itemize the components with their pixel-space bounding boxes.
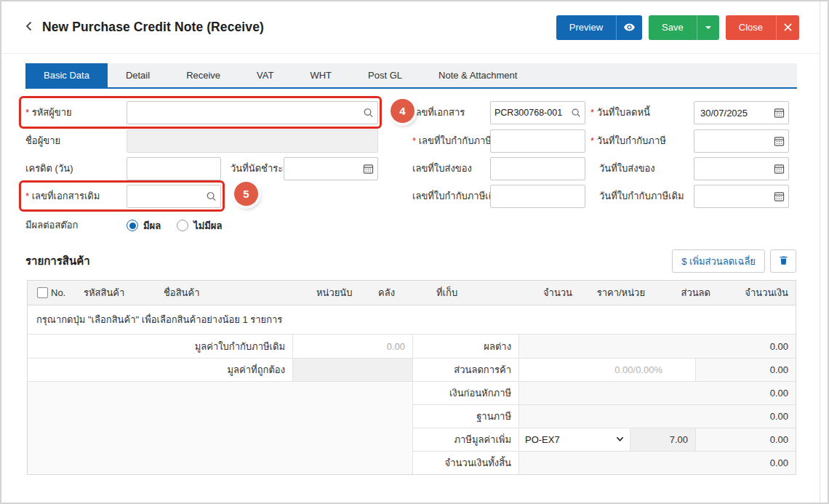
close-x-icon[interactable] [776, 15, 799, 40]
vendor-code-label: รหัสผู้ขาย [25, 101, 72, 124]
document-no-field [490, 101, 585, 124]
select-all-checkbox[interactable] [37, 287, 48, 298]
stock-effect-label: มีผลต่อสต๊อก [25, 214, 78, 237]
credit-days-field [127, 157, 221, 180]
correct-value-label: มูลค่าที่ถูกต้อง [28, 359, 292, 381]
original-document-no-field [127, 185, 221, 208]
credit-note-date-input[interactable] [694, 101, 789, 124]
credit-note-date-field [694, 101, 789, 124]
due-date-label: วันที่นัดชำระ [231, 157, 283, 180]
column-unit-price: ราคา/หน่วย [575, 285, 648, 300]
vat-code-select[interactable]: PO-EX7 [518, 428, 630, 451]
vat-code-selected-value: PO-EX7 [525, 434, 616, 445]
due-date-field [284, 157, 378, 180]
chevron-down-icon [616, 434, 624, 445]
trade-discount-value: 0.00 [695, 359, 796, 381]
delivery-note-no-label: เลขที่ใบส่งของ [412, 157, 472, 180]
delivery-note-no-input[interactable] [490, 157, 585, 180]
add-average-discount-button[interactable]: $ เพิ่มส่วนลดเฉลี่ย [672, 249, 765, 273]
scrollbar-track[interactable] [820, 1, 828, 503]
items-section-title: รายการสินค้า [25, 252, 90, 270]
tab-detail[interactable]: Detail [108, 63, 168, 87]
items-table: No. รหัสสินค้า ชื่อสินค้า หน่วยนับ คลัง … [27, 280, 796, 475]
stock-effect-yes-label: มีผล [143, 218, 161, 233]
chevron-down-icon[interactable] [697, 15, 719, 40]
column-discount: ส่วนลด [648, 285, 713, 300]
original-tax-invoice-value-label: มูลค่าใบกำกับภาษีเดิม [28, 335, 292, 358]
tax-invoice-date-input[interactable] [694, 129, 789, 153]
trade-discount-field [518, 359, 695, 381]
items-empty-message: กรุณากดปุ่ม "เลือกสินค้า" เพื่อเลือกสินค… [28, 305, 796, 335]
radio-selected-icon [127, 220, 138, 231]
trade-discount-input[interactable] [519, 359, 695, 381]
vat-amount-value: 0.00 [695, 428, 796, 451]
preview-button-label: Preview [556, 15, 616, 40]
column-amount: จำนวนเงิน [713, 285, 796, 300]
tab-receive[interactable]: Receive [168, 63, 239, 87]
tax-invoice-no-label: เลขที่ใบกำกับภาษี [412, 129, 492, 153]
grand-total-value: 0.00 [518, 452, 796, 474]
tab-basic-data[interactable]: Basic Data [25, 63, 108, 87]
back-button[interactable] [23, 20, 35, 35]
eye-icon[interactable] [616, 15, 642, 40]
original-tax-invoice-date-label: วันที่ใบกำกับภาษีเดิม [599, 185, 684, 208]
items-section-bar: รายการสินค้า $ เพิ่มส่วนลดเฉลี่ย [25, 249, 796, 273]
tax-base-value: 0.00 [518, 405, 796, 428]
tax-base-label: ฐานภาษี [413, 405, 518, 428]
difference-value: 0.00 [518, 335, 796, 358]
tab-wht[interactable]: WHT [292, 63, 350, 87]
original-tax-invoice-date-input[interactable] [694, 185, 789, 208]
vendor-name-field [127, 129, 378, 153]
difference-label: ผลต่าง [413, 335, 518, 358]
vendor-code-input[interactable] [127, 101, 378, 124]
vendor-name-label: ชื่อผู้ขาย [25, 129, 60, 153]
original-tax-invoice-no-field [490, 185, 585, 208]
vat-label: ภาษีมูลค่าเพิ่ม [413, 428, 518, 451]
page-title: New Purchase Credit Note (Receive) [42, 20, 264, 35]
credit-days-input[interactable] [127, 157, 221, 180]
preview-button[interactable]: Preview [556, 15, 642, 40]
column-unit: หน่วยนับ [313, 285, 375, 300]
page-header: New Purchase Credit Note (Receive) Previ… [1, 1, 821, 54]
original-document-no-label: เลขที่เอกสารเดิม [25, 185, 100, 208]
totals-summary: มูลค่าใบกำกับภาษีเดิม มูลค่าที่ถูกต้อง ผ… [28, 335, 796, 474]
delivery-date-input[interactable] [694, 157, 789, 180]
trash-icon [778, 255, 789, 268]
column-item-name: ชื่อสินค้า [161, 285, 313, 300]
original-tax-invoice-value-input[interactable] [293, 335, 412, 358]
amount-before-tax-value: 0.00 [518, 382, 796, 404]
original-document-no-input[interactable] [127, 185, 221, 208]
tab-post-gl[interactable]: Post GL [350, 63, 420, 87]
column-location: ที่เก็บ [433, 285, 513, 300]
grand-total-label: จำนวนเงินทั้งสิ้น [413, 452, 518, 474]
chevron-left-icon [23, 20, 35, 35]
tax-invoice-date-field [694, 129, 789, 153]
tab-note-attachment[interactable]: Note & Attachment [420, 63, 535, 87]
tax-invoice-no-input[interactable] [490, 129, 585, 153]
stock-effect-radio-no[interactable]: ไม่มีผล [177, 218, 222, 233]
stock-effect-radio-yes[interactable]: มีผล [127, 218, 161, 233]
delivery-date-field [694, 157, 789, 180]
column-warehouse: คลัง [375, 285, 433, 300]
stock-effect-no-label: ไม่มีผล [193, 218, 222, 233]
document-no-input[interactable] [490, 101, 585, 124]
original-tax-invoice-value-field [292, 335, 412, 358]
save-button[interactable]: Save [649, 15, 719, 40]
basic-data-form: 4 5 รหัสผู้ขาย ชื่อผู้ขาย เครดิต (วัน) ว… [1, 89, 821, 238]
tax-invoice-date-label: วันที่ใบกำกับภาษี [590, 129, 666, 153]
amount-before-tax-label: เงินก่อนหักภาษี [413, 382, 518, 404]
delete-rows-button[interactable] [770, 249, 796, 273]
tab-vat[interactable]: VAT [239, 63, 292, 87]
close-button[interactable]: Close [726, 15, 799, 40]
step-badge-4: 4 [391, 99, 414, 123]
due-date-input[interactable] [284, 157, 378, 180]
step-badge-5: 5 [234, 182, 258, 206]
credit-note-date-label: วันที่ใบลดหนี้ [590, 101, 650, 124]
column-no: No. [48, 287, 81, 298]
document-no-label: เลขที่เอกสาร [412, 101, 465, 124]
summary-left-empty-area [28, 381, 412, 474]
original-tax-invoice-no-input[interactable] [490, 185, 585, 208]
column-item-code: รหัสสินค้า [81, 285, 161, 300]
radio-unselected-icon [177, 220, 188, 231]
vendor-code-field [127, 101, 378, 124]
